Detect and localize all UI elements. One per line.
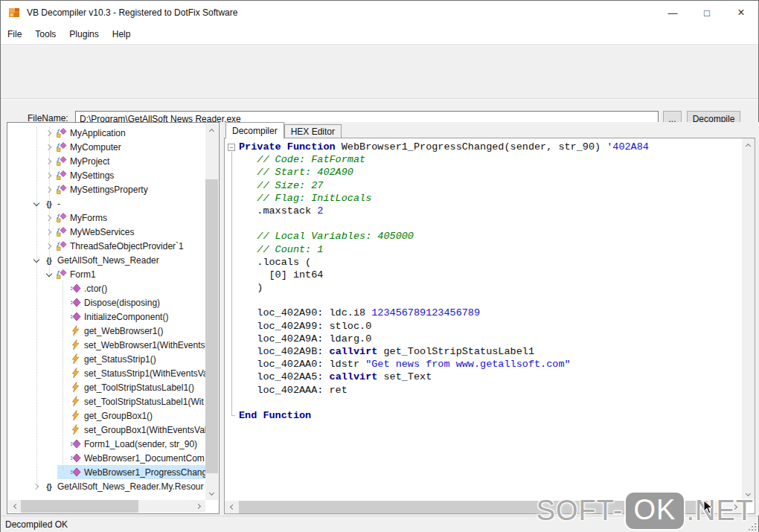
tree-item-icon (69, 311, 82, 323)
tree-item-label: MySettingsProperty (68, 185, 150, 195)
tree-item-label: set_GroupBox1(WithEventsVal (82, 425, 205, 435)
tree-item[interactable]: WebBrowser1_DocumentCom (8, 451, 205, 465)
tree-expand-chevron-icon[interactable] (57, 380, 69, 394)
tree-item[interactable]: get_GroupBox1() (8, 408, 205, 423)
code-line: loc_402AAA: ret (239, 384, 741, 397)
tree-item-icon (55, 184, 68, 196)
tree-item-label: get_WebBrowser1() (82, 326, 166, 336)
scrollbar-thumb[interactable] (21, 500, 138, 513)
tree-item[interactable]: set_ToolStripStatusLabel1(Wit (8, 394, 205, 408)
tree-expand-chevron-icon[interactable] (57, 352, 69, 366)
code-line: loc_402A9B: callvirt get_ToolStripStatus… (239, 345, 741, 358)
scroll-left-button[interactable] (8, 500, 21, 513)
code-vertical-scrollbar[interactable] (742, 138, 755, 501)
tree-expand-chevron-icon[interactable] (57, 366, 69, 380)
code-line: loc_402AA5: callvirt set_Text (239, 371, 741, 383)
tree-item-label: set_WebBrowser1(WithEvents' (82, 340, 205, 350)
tree-item[interactable]: MyForms (8, 211, 205, 225)
tree-item[interactable]: MyApplication (8, 126, 205, 140)
maximize-button[interactable]: □ (690, 1, 724, 25)
tree-expand-chevron-icon[interactable] (57, 423, 69, 437)
code-line: End Function (239, 409, 741, 422)
tree-item[interactable]: MyWebServices (8, 225, 205, 239)
tree-item[interactable]: {} GetAllSoft_News_Reader (8, 253, 205, 267)
tree-guide-line (63, 281, 63, 470)
tree-item[interactable]: .ctor() (8, 281, 205, 295)
code-editor[interactable]: Private Function WebBrowser1_ProgressCha… (224, 138, 755, 514)
tree-item-label: Form1_Load(sender, str_90) (82, 439, 199, 449)
tree-item-icon (69, 410, 82, 422)
tree-item-icon (55, 156, 68, 167)
code-line (239, 397, 741, 409)
menu-help[interactable]: Help (106, 25, 138, 44)
code-line: ) (239, 281, 741, 294)
tree-item-icon (69, 452, 82, 464)
tree-item[interactable]: get_ToolStripStatusLabel1() (8, 380, 205, 394)
scroll-left-button[interactable] (225, 501, 237, 513)
code-line: [0] int64 (239, 269, 741, 281)
tree-item-label: MyWebServices (68, 227, 136, 237)
tree-item[interactable]: InitializeComponent() (8, 310, 205, 324)
minimize-button[interactable]: — (656, 1, 690, 25)
scroll-up-button[interactable] (742, 138, 755, 151)
tree-expand-chevron-icon[interactable] (57, 394, 69, 408)
status-text: Decompiled OK (1, 519, 68, 530)
tree-item[interactable]: MyComputer (8, 140, 205, 154)
tree-item[interactable]: WebBrowser1_ProgressChang (8, 465, 205, 479)
tree-item[interactable]: MySettingsProperty (8, 182, 205, 196)
tree-item[interactable]: {} - (8, 196, 205, 211)
tree-item-icon (55, 127, 68, 139)
tree-vertical-scrollbar[interactable] (205, 124, 218, 500)
collapse-toggle-icon[interactable] (228, 144, 235, 151)
scroll-up-button[interactable] (205, 124, 218, 136)
tree-expand-chevron-icon[interactable] (57, 281, 69, 295)
scrollbar-thumb[interactable] (205, 179, 218, 473)
soft-ok-watermark: SOFT- OK .NET (537, 493, 754, 529)
divider (1, 98, 758, 100)
menu-plugins[interactable]: Plugins (63, 25, 105, 44)
tree-item[interactable]: Dispose(disposing) (8, 295, 205, 310)
tree-expand-chevron-icon[interactable] (57, 310, 69, 324)
tab-decompiler[interactable]: Decompiler (225, 122, 284, 138)
tree-expand-chevron-icon[interactable] (57, 437, 69, 451)
menu-tools[interactable]: Tools (28, 25, 63, 44)
tree-item[interactable]: MySettings (8, 168, 205, 182)
tree-item[interactable]: ThreadSafeObjectProvider`1 (8, 239, 205, 253)
tree-item-icon (69, 438, 82, 450)
scroll-down-button[interactable] (205, 487, 218, 500)
tree-horizontal-scrollbar[interactable] (8, 500, 205, 513)
tree-expand-chevron-icon[interactable] (57, 451, 69, 465)
tab-hex-editor[interactable]: HEX Editor (284, 124, 342, 138)
code-line: loc_402AA0: ldstr "Get news from www.get… (239, 358, 741, 371)
tree-expand-chevron-icon[interactable] (57, 338, 69, 352)
tree-item[interactable]: get_WebBrowser1() (8, 324, 205, 338)
tree-item[interactable]: Form1_Load(sender, str_90) (8, 437, 205, 451)
tree-item[interactable]: {} GetAllSoft_News_Reader.My.Resour (8, 479, 205, 493)
app-icon (8, 7, 20, 19)
tree-item[interactable]: Form1 (8, 267, 205, 281)
code-line: .locals ( (239, 256, 741, 269)
tree-expand-chevron-icon[interactable] (57, 408, 69, 423)
tree-item[interactable]: MyProject (8, 154, 205, 168)
tree-item-icon (69, 297, 82, 309)
tree-expand-chevron-icon[interactable] (57, 324, 69, 338)
tree-item-label: set_StatusStrip1(WithEventsVa (82, 368, 205, 379)
close-button[interactable]: × (724, 1, 758, 25)
tree-item[interactable]: set_StatusStrip1(WithEventsVa (8, 366, 205, 380)
tree-item-label: GetAllSoft_News_Reader.My.Resour (55, 481, 205, 492)
menu-file[interactable]: File (1, 25, 28, 44)
tree-item-label: ThreadSafeObjectProvider`1 (68, 241, 186, 251)
tree-item[interactable]: set_WebBrowser1(WithEvents' (8, 338, 205, 352)
tree-item[interactable]: set_GroupBox1(WithEventsVal (8, 423, 205, 437)
tree-expand-chevron-icon[interactable] (57, 465, 69, 479)
tree-item-icon (55, 240, 68, 252)
tree-item-label: MyApplication (68, 128, 128, 138)
scroll-right-button[interactable] (193, 500, 205, 513)
tree-item-label: Form1 (68, 269, 98, 280)
tree-item[interactable]: get_StatusStrip1() (8, 352, 205, 366)
tree-item-label: get_StatusStrip1() (82, 354, 158, 365)
tree-item-label: MyComputer (68, 142, 124, 153)
tree-item-label: MyProject (68, 156, 112, 167)
code-line: loc_402A90: ldc.i8 123456789123456789 (239, 307, 741, 319)
tree-expand-chevron-icon[interactable] (57, 295, 69, 310)
